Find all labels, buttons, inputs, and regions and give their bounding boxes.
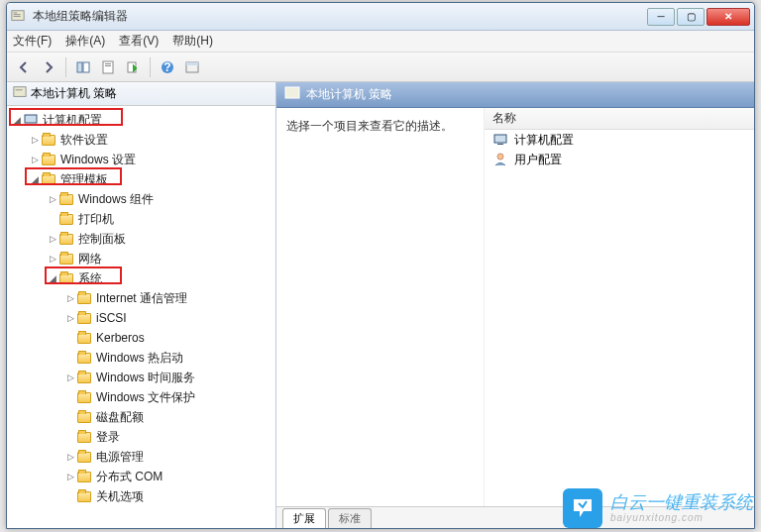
expander-icon[interactable]: ▷ xyxy=(64,313,76,323)
minimize-button[interactable]: ─ xyxy=(647,8,675,26)
svg-rect-16 xyxy=(25,115,37,123)
svg-rect-1 xyxy=(14,12,18,13)
toolbar: ? xyxy=(7,53,754,82)
list-area: 名称 计算机配置 用户配置 xyxy=(485,108,754,506)
svg-rect-2 xyxy=(14,14,21,15)
tree-node-windows-components[interactable]: ▷ Windows 组件 xyxy=(7,189,275,209)
expander-icon[interactable]: ▷ xyxy=(64,372,76,382)
user-icon xyxy=(492,152,508,167)
expander-icon[interactable]: ▷ xyxy=(47,254,58,264)
svg-rect-18 xyxy=(285,87,299,98)
tab-extended[interactable]: 扩展 xyxy=(282,508,326,528)
maximize-button[interactable]: ▢ xyxy=(677,8,705,26)
forward-button[interactable] xyxy=(38,56,59,78)
policy-icon xyxy=(284,85,300,104)
svg-rect-13 xyxy=(186,62,198,65)
folder-icon xyxy=(76,370,92,385)
tree-node-win-hot-start[interactable]: Windows 热启动 xyxy=(7,348,275,368)
tree-node-printers[interactable]: 打印机 xyxy=(7,209,275,229)
expander-icon[interactable]: ▷ xyxy=(29,135,41,145)
titlebar[interactable]: 本地组策略编辑器 ─ ▢ ✕ xyxy=(7,3,754,31)
hint-text: 选择一个项目来查看它的描述。 xyxy=(286,119,453,133)
help-button[interactable]: ? xyxy=(157,56,178,78)
tree-root-label[interactable]: 本地计算机 策略 xyxy=(31,85,117,102)
tree-node-software-settings[interactable]: ▷ 软件设置 xyxy=(7,130,275,150)
tree-node-kerberos[interactable]: Kerberos xyxy=(7,328,275,348)
list-item-user-config[interactable]: 用户配置 xyxy=(485,150,754,169)
svg-point-21 xyxy=(497,154,503,160)
window-controls: ─ ▢ ✕ xyxy=(647,8,750,26)
folder-icon xyxy=(76,488,92,504)
tree-node-windows-settings[interactable]: ▷ Windows 设置 xyxy=(7,150,275,169)
tree-node-iscsi[interactable]: ▷ iSCSI xyxy=(7,308,275,328)
svg-rect-5 xyxy=(83,62,89,72)
column-header-name[interactable]: 名称 xyxy=(485,108,754,130)
tree-node-power-mgmt[interactable]: ▷ 电源管理 xyxy=(7,447,275,467)
svg-rect-14 xyxy=(14,87,26,97)
tree-node-control-panel[interactable]: ▷ 控制面板 xyxy=(7,229,275,249)
tree-node-win-time-service[interactable]: ▷ Windows 时间服务 xyxy=(7,368,275,387)
menu-action[interactable]: 操作(A) xyxy=(65,33,105,50)
folder-icon xyxy=(76,449,92,465)
tree-node-computer-config[interactable]: ◢ 计算机配置 xyxy=(7,110,275,130)
app-icon xyxy=(11,9,27,25)
watermark-text: 白云一键重装系统 baiyunxitong.com xyxy=(610,493,753,524)
tree-node-admin-templates[interactable]: ◢ 管理模板 xyxy=(7,169,275,189)
expander-icon[interactable]: ◢ xyxy=(29,174,41,184)
description-area: 选择一个项目来查看它的描述。 xyxy=(276,108,485,506)
folder-icon xyxy=(76,469,92,484)
details-title: 本地计算机 策略 xyxy=(306,86,392,103)
folder-icon xyxy=(76,310,92,326)
back-button[interactable] xyxy=(13,56,35,78)
expander-icon[interactable]: ▷ xyxy=(64,472,76,481)
menu-help[interactable]: 帮助(H) xyxy=(172,33,213,50)
expander-icon[interactable]: ▷ xyxy=(64,452,76,462)
folder-icon xyxy=(76,409,92,425)
tree-header: 本地计算机 策略 xyxy=(7,82,275,106)
details-pane: 本地计算机 策略 选择一个项目来查看它的描述。 名称 计算机配置 用户配置 xyxy=(276,82,754,528)
svg-rect-15 xyxy=(16,89,23,90)
svg-rect-7 xyxy=(105,63,111,64)
svg-text:?: ? xyxy=(163,60,170,74)
folder-icon xyxy=(58,231,74,247)
folder-icon xyxy=(58,211,74,227)
expander-icon[interactable]: ◢ xyxy=(47,273,58,283)
folder-icon xyxy=(58,270,74,286)
separator xyxy=(65,57,66,77)
tree[interactable]: ◢ 计算机配置 ▷ 软件设置 ▷ Windows 设置 ◢ 管理 xyxy=(7,106,275,528)
svg-rect-8 xyxy=(105,65,111,66)
folder-icon xyxy=(41,132,56,148)
show-hide-tree-button[interactable] xyxy=(72,56,94,78)
export-button[interactable] xyxy=(122,56,144,78)
tree-node-internet-comm[interactable]: ▷ Internet 通信管理 xyxy=(7,288,275,308)
tree-node-logon[interactable]: 登录 xyxy=(7,427,275,447)
folder-icon xyxy=(41,152,56,167)
tab-standard[interactable]: 标准 xyxy=(328,508,372,528)
properties-button[interactable] xyxy=(97,56,119,78)
tree-node-shutdown-options[interactable]: 关机选项 xyxy=(7,486,275,506)
computer-icon xyxy=(492,132,508,148)
folder-icon xyxy=(76,330,92,346)
folder-icon xyxy=(58,251,74,266)
tree-node-dcom[interactable]: ▷ 分布式 COM xyxy=(7,467,275,486)
tree-node-win-file-protection[interactable]: Windows 文件保护 xyxy=(7,387,275,407)
menu-view[interactable]: 查看(V) xyxy=(119,33,159,50)
content-area: 本地计算机 策略 ◢ 计算机配置 ▷ 软件设置 ▷ Windows 设置 xyxy=(7,82,754,528)
tree-node-network[interactable]: ▷ 网络 xyxy=(7,249,275,268)
menu-file[interactable]: 文件(F) xyxy=(13,33,52,50)
watermark: 白云一键重装系统 baiyunxitong.com xyxy=(563,488,753,528)
tree-node-disk-quotas[interactable]: 磁盘配额 xyxy=(7,407,275,427)
tree-node-system[interactable]: ◢ 系统 xyxy=(7,268,275,288)
svg-rect-4 xyxy=(77,62,82,72)
svg-rect-6 xyxy=(103,61,113,73)
expander-icon[interactable]: ▷ xyxy=(47,234,58,244)
expander-icon[interactable]: ▷ xyxy=(47,194,58,204)
svg-rect-20 xyxy=(497,144,503,145)
tree-pane: 本地计算机 策略 ◢ 计算机配置 ▷ 软件设置 ▷ Windows 设置 xyxy=(7,82,276,528)
filter-button[interactable] xyxy=(181,56,203,78)
expander-icon[interactable]: ◢ xyxy=(11,115,23,125)
close-button[interactable]: ✕ xyxy=(707,8,750,26)
list-item-computer-config[interactable]: 计算机配置 xyxy=(485,130,754,150)
expander-icon[interactable]: ▷ xyxy=(29,155,41,164)
expander-icon[interactable]: ▷ xyxy=(64,293,76,303)
